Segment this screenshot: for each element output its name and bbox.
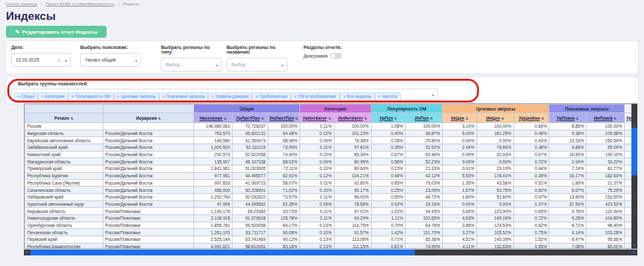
table-cell: 0.99% (443, 151, 477, 158)
tag-chip[interactable]: ×Популярность ОМ (68, 93, 114, 101)
column-header[interactable]: ИнПоиск⇅ (586, 113, 625, 123)
scroll-right-icon[interactable]: ► (631, 249, 637, 255)
chevron-down-icon[interactable]: ▾ (216, 62, 218, 67)
table-cell: 110.44% (586, 208, 625, 215)
column-header[interactable]: ИнЛистПол⇅ (268, 113, 299, 123)
breadcrumb-link-projects[interactable]: Список проектов (6, 2, 37, 6)
table-cell: 59.529358 (233, 222, 268, 229)
table-cell: 1,841,961 (194, 165, 233, 173)
sort-icon[interactable]: ⇅ (158, 116, 160, 120)
column-header[interactable]: Иерархия⇅ (103, 113, 193, 123)
table-cell: 63.711717 (233, 229, 268, 236)
sort-icon[interactable]: ⇅ (224, 116, 227, 120)
column-header[interactable]: ИнЦен⇅ (476, 113, 513, 123)
column-header[interactable]: УрПол⇅ (371, 113, 405, 123)
table-cell: 100.00% (586, 123, 625, 130)
edit-report-button[interactable]: ✎ Редактировать отчет Индексы (6, 26, 107, 38)
sort-icon[interactable]: ⇅ (394, 116, 397, 120)
chevron-down-icon[interactable]: ▾ (135, 58, 137, 62)
table-cell: 0.25% (371, 187, 405, 194)
region-name-select[interactable]: Выбор... ▾ (227, 58, 288, 71)
breadcrumb-link-project[interactable]: Проект #1481 ConfidentБезопасность (46, 2, 115, 6)
tag-remove-icon[interactable]: × (255, 94, 258, 99)
clear-icon[interactable]: × (58, 58, 60, 62)
scroll-left-icon[interactable]: ◄ (24, 249, 30, 255)
tag-remove-icon[interactable]: × (72, 94, 74, 99)
table-cell: 3.84% (443, 208, 477, 215)
table-cell: 997,833 (194, 179, 233, 187)
tag-chip[interactable]: ×Категории (38, 93, 68, 101)
column-header[interactable]: Население⇅ (194, 113, 233, 123)
tag-chip[interactable]: ×Ценовые запросы (114, 93, 159, 101)
column-header[interactable]: ИнПол⇅ (405, 113, 443, 123)
sort-icon[interactable]: ⇅ (502, 116, 504, 120)
table-cell: 52.622058 (233, 151, 268, 158)
tag-chip[interactable]: ×Общие (14, 93, 38, 101)
table-cell: 0.46% (513, 130, 549, 137)
sort-icon[interactable]: ⇅ (261, 116, 264, 120)
region-type-select[interactable]: Выбор... ▾ (161, 58, 222, 71)
tag-remove-icon[interactable]: × (17, 94, 20, 99)
sort-icon[interactable]: ⇅ (329, 116, 331, 120)
tag-remove-icon[interactable]: × (41, 94, 44, 99)
tag-remove-icon[interactable]: × (378, 94, 381, 99)
table-cell: 101.23% (334, 130, 371, 137)
sort-icon[interactable]: ⇅ (576, 116, 578, 120)
chevron-down-icon[interactable]: ▾ (432, 93, 434, 97)
chevron-down-icon[interactable]: ▾ (282, 62, 284, 67)
tag-chip[interactable]: ×Проблематика (252, 93, 290, 101)
sort-icon[interactable]: ⇅ (71, 116, 74, 120)
vertical-scroll-thumb[interactable] (631, 128, 637, 175)
tag-remove-icon[interactable]: × (117, 94, 120, 99)
tag-chip[interactable]: ×ОМ в проблематике (291, 93, 340, 101)
sort-icon[interactable]: ⇅ (465, 116, 468, 120)
sort-icon[interactable]: ⇅ (430, 116, 433, 120)
date-filter-input[interactable]: 22.01.2025 × ▾ (11, 53, 71, 67)
table-cell: 149,580 (194, 137, 233, 144)
table-cell: 3,108,918 (194, 214, 233, 222)
horizontal-scrollbar[interactable]: ◄ ► (24, 249, 637, 255)
table-cell: 104.80% (586, 214, 625, 222)
table-cell: 1.08% (371, 123, 405, 130)
tag-chip[interactable]: ×Все индексы (340, 93, 375, 101)
indicator-groups-select[interactable]: ×Общие×Категории×Популярность ОМ×Ценовые… (11, 89, 438, 101)
tag-remove-icon[interactable]: × (162, 94, 165, 99)
tag-chip[interactable]: ×Частота (375, 93, 401, 101)
table-cell: 128.78% (268, 214, 299, 222)
column-header[interactable]: УрЦенКон⇅ (513, 113, 549, 123)
table-cell: 0.66% (513, 123, 549, 130)
scroll-up-icon[interactable]: ▲ (631, 122, 637, 128)
column-header[interactable]: УрЛистПол⇅ (233, 113, 268, 123)
table-cell: 0.13% (299, 243, 334, 249)
tag-remove-icon[interactable]: × (294, 94, 297, 99)
column-header[interactable]: Регион⇅ (25, 113, 103, 123)
column-header[interactable]: УрЦен⇅ (443, 113, 477, 123)
table-cell: 9.14% (549, 229, 586, 236)
table-cell: 71.02% (268, 187, 299, 194)
sort-icon[interactable]: ⇅ (614, 116, 617, 120)
chevron-down-icon[interactable]: ▾ (65, 58, 67, 62)
table-cell: 0.37% (513, 200, 549, 208)
table-cell: 4.63% (443, 214, 477, 222)
column-header[interactable]: УрПоиск⇅ (549, 113, 586, 123)
column-header[interactable]: ИнИнтКатег⇅ (334, 113, 371, 123)
column-header[interactable]: УрИнтКатег⇅ (299, 113, 334, 123)
vertical-scrollbar[interactable]: ▲ ▼ (631, 104, 637, 249)
tag-chip[interactable]: ×Поисковые запросы (159, 93, 208, 101)
tag-label: ОМ в проблематике (297, 94, 336, 99)
search-engine-select[interactable]: Yandex общий ▾ (80, 53, 141, 67)
horizontal-scroll-thumb[interactable] (30, 249, 415, 255)
sort-icon[interactable]: ⇅ (364, 116, 367, 120)
table-cell: 75.29% (586, 187, 625, 194)
diagram-toggle[interactable] (330, 53, 342, 59)
tag-remove-icon[interactable]: × (343, 94, 346, 99)
table-cell: 4,091,621 (194, 243, 233, 249)
tag-chip[interactable]: ×Уровень доверия (208, 93, 252, 101)
sort-icon[interactable]: ⇅ (295, 116, 298, 120)
table-cell: 2,525,149 (194, 236, 233, 244)
tag-remove-icon[interactable]: × (211, 94, 214, 99)
sort-icon[interactable]: ⇅ (541, 116, 544, 120)
table-cell: Магаданская область (25, 158, 103, 165)
table-cell: 62.46% (405, 151, 443, 158)
scroll-down-icon[interactable]: ▼ (631, 243, 637, 249)
